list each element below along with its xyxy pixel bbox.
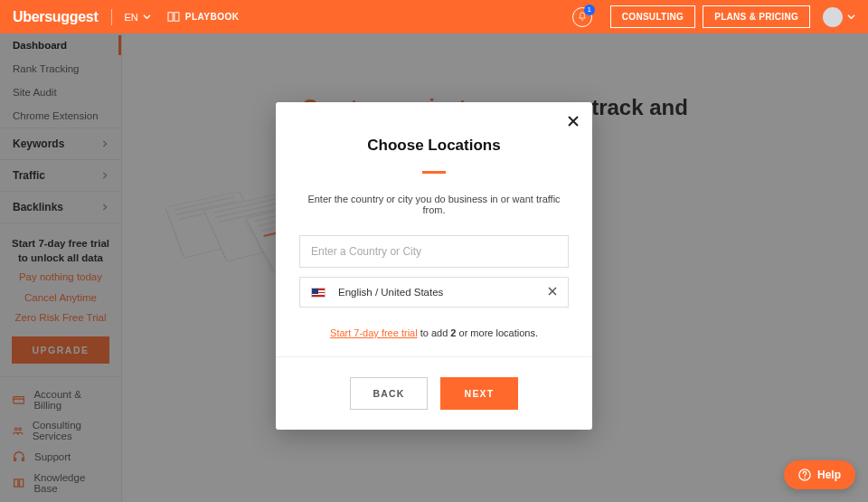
notifications-button[interactable]: 1 — [572, 7, 592, 27]
playbook-label: PLAYBOOK — [185, 12, 240, 22]
notification-badge: 1 — [584, 5, 595, 15]
help-label: Help — [817, 469, 841, 481]
close-icon — [567, 115, 580, 128]
playbook-link[interactable]: PLAYBOOK — [167, 12, 240, 23]
modal-title: Choose Locations — [299, 137, 569, 155]
title-rule — [422, 171, 446, 174]
language-selector[interactable]: EN — [125, 12, 151, 23]
topbar: Ubersuggest EN PLAYBOOK 1 CONSULTING PLA… — [0, 0, 868, 33]
divider — [111, 9, 112, 25]
choose-locations-modal: Choose Locations Enter the country or ci… — [276, 102, 592, 430]
consulting-button[interactable]: CONSULTING — [610, 5, 695, 28]
close-button[interactable] — [567, 115, 580, 130]
modal-footer: BACK NEXT — [276, 356, 592, 430]
close-icon — [548, 287, 557, 296]
book-icon — [167, 12, 180, 23]
help-icon — [798, 469, 811, 481]
account-menu[interactable] — [823, 7, 855, 27]
location-input[interactable] — [299, 235, 569, 268]
us-flag-icon — [311, 288, 326, 298]
selected-location-label: English / United States — [338, 287, 535, 298]
avatar — [823, 7, 843, 27]
brand-logo[interactable]: Ubersuggest — [13, 9, 99, 25]
remove-location-button[interactable] — [548, 287, 557, 298]
selected-location: English / United States — [299, 277, 569, 308]
help-button[interactable]: Help — [784, 460, 855, 489]
back-button[interactable]: BACK — [350, 377, 428, 410]
modal-subtitle: Enter the country or city you do busines… — [299, 194, 569, 215]
upsell-text: Start 7-day free trial to add 2 or more … — [299, 327, 569, 338]
chevron-down-icon — [847, 13, 855, 21]
language-label: EN — [125, 12, 138, 23]
start-trial-link[interactable]: Start 7-day free trial — [330, 327, 418, 338]
next-button[interactable]: NEXT — [440, 377, 518, 410]
plans-pricing-button[interactable]: PLANS & PRICING — [703, 5, 810, 28]
chevron-down-icon — [143, 13, 151, 21]
